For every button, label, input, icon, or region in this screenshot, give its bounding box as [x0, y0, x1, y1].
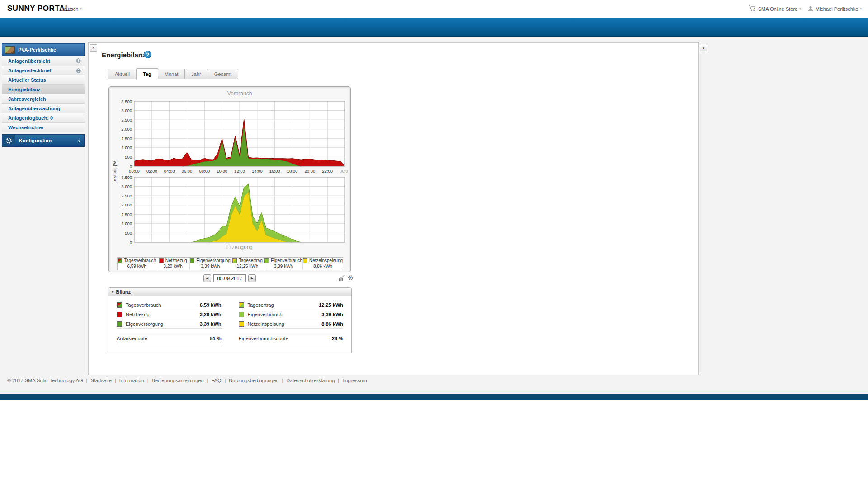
svg-text:04:00: 04:00 — [164, 169, 175, 174]
legend-entry-row: Netzbezug — [159, 258, 187, 264]
footer-link-startseite[interactable]: Startseite — [90, 378, 111, 383]
legend-value: 3,39 kWh — [201, 264, 220, 270]
bilanz-row-label: Eigenversorgung — [126, 321, 163, 327]
globe-icon[interactable] — [76, 68, 81, 73]
sidebar-item-anlagensteckbrief[interactable]: Anlagensteckbrief — [2, 66, 85, 75]
footer-link-nutzungsbedingungen[interactable]: Nutzungsbedingungen — [229, 378, 278, 383]
sidebar-item-label: Anlagensteckbrief — [8, 68, 51, 73]
bilanz-row-tagesertrag: Tagesertrag12,25 kWh — [239, 300, 344, 310]
bilanz-row-label: Eigenverbrauch — [248, 312, 283, 317]
sidebar-item-label: Energiebilanz — [8, 87, 41, 92]
bilanz-swatch-icon — [117, 302, 122, 308]
legend-swatch-icon — [159, 258, 164, 263]
chart-tools — [338, 274, 354, 281]
footer-separator: | — [115, 378, 116, 383]
topbar-right: SMA Online Store ▾ Michael Perlitschke ▾ — [749, 5, 862, 13]
bilanz-column: Tagesertrag12,25 kWhEigenverbrauch3,39 k… — [239, 300, 344, 344]
bilanz-row-value: 8,86 kWh — [321, 321, 343, 327]
legend-swatch-icon — [190, 258, 194, 263]
svg-text:3.000: 3.000 — [121, 184, 132, 189]
legend-label: Tagesertrag — [239, 258, 263, 264]
footer-separator: | — [207, 378, 208, 383]
legend-value: 3,20 kWh — [164, 264, 183, 270]
legend-entry-row: Eigenverbrauch — [264, 258, 302, 264]
legend-label: Netzbezug — [165, 258, 187, 264]
svg-text:08:00: 08:00 — [199, 169, 210, 174]
footer-link-bedienungsanleitungen[interactable]: Bedienungsanleitungen — [152, 378, 204, 383]
svg-text:2.000: 2.000 — [121, 202, 132, 207]
legend-label: Tagesverbrauch — [124, 258, 156, 264]
svg-text:1.000: 1.000 — [121, 221, 132, 226]
sidebar-item-anlagenübersicht[interactable]: Anlagenübersicht — [2, 56, 85, 66]
sidebar-item-anlagenlogbuch-0[interactable]: Anlagenlogbuch: 0 — [2, 113, 85, 122]
footer-link-impressum[interactable]: Impressum — [342, 378, 367, 383]
svg-text:2.000: 2.000 — [121, 127, 132, 131]
previous-day-button[interactable]: ◀ — [203, 274, 211, 282]
bilanz-swatch-icon — [117, 312, 122, 317]
online-store-link[interactable]: SMA Online Store ▾ — [749, 5, 801, 13]
diagram-settings-icon[interactable] — [347, 274, 354, 281]
legend-label: Eigenversorgung — [196, 258, 231, 264]
legend-entry-row: Eigenversorgung — [190, 258, 231, 264]
footer-link-information[interactable]: Information — [119, 378, 144, 383]
footer-link-faq[interactable]: FAQ — [211, 378, 221, 383]
bilanz-row-value: 6,59 kWh — [200, 302, 222, 308]
sidebar-item-label: Aktueller Status — [8, 77, 46, 83]
bilanz-swatch-icon — [117, 321, 122, 327]
legend-label: Eigenverbrauch — [271, 258, 302, 264]
sidebar: PVA-Perlitschke AnlagenübersichtAnlagens… — [2, 43, 85, 147]
help-icon[interactable]: ? — [144, 51, 151, 58]
legend-label: Netzeinspeisung — [309, 258, 343, 264]
sidebar-item-wechselrichter[interactable]: Wechselrichter — [2, 122, 85, 132]
sidebar-item-label: Anlagenüberwachung — [8, 106, 60, 111]
sidebar-item-energiebilanz[interactable]: Energiebilanz — [2, 84, 85, 94]
user-menu[interactable]: Michael Perlitschke ▾ — [807, 5, 862, 13]
scroll-top-button[interactable]: ▴ — [700, 44, 707, 51]
globe-icon[interactable] — [76, 58, 81, 63]
bilanz-quote-value: 28 % — [332, 336, 343, 341]
cart-icon — [749, 5, 756, 13]
sidebar-item-jahresvergleich[interactable]: Jahresvergleich — [2, 94, 85, 103]
tab-monat[interactable]: Monat — [158, 69, 185, 79]
svg-text:02:00: 02:00 — [146, 169, 157, 174]
bilanz-row-label: Tagesertrag — [248, 302, 274, 308]
sidebar-item-konfiguration[interactable]: Konfiguration › — [2, 134, 85, 147]
bilanz-quote-eigenverbrauchsquote: Eigenverbrauchsquote28 % — [239, 333, 344, 344]
legend-value: 3,39 kWh — [274, 264, 293, 270]
bilanz-column: Tagesverbrauch6,59 kWhNetzbezug3,20 kWhE… — [117, 300, 222, 344]
topbar: SUNNY PORTAL Deutsch ▾ SMA Online Store … — [0, 0, 868, 18]
next-day-button[interactable]: ▶ — [248, 274, 256, 282]
sidebar-item-aktueller-status[interactable]: Aktueller Status — [2, 75, 85, 84]
svg-text:0: 0 — [130, 164, 132, 169]
legend-value: 6,59 kWh — [127, 264, 146, 270]
bilanz-row-eigenversorgung: Eigenversorgung3,39 kWh — [117, 319, 222, 329]
chevron-down-icon: ▾ — [860, 7, 862, 11]
tab-tag[interactable]: Tag — [136, 68, 158, 80]
collapse-sidebar-button[interactable]: ‹ — [90, 44, 97, 52]
export-diagram-icon[interactable] — [338, 274, 345, 281]
bilanz-quote-value: 51 % — [210, 336, 221, 341]
bilanz-row-label: Netzeinspeisung — [248, 321, 284, 327]
sidebar-item-label: Wechselrichter — [8, 125, 44, 130]
bilanz-table: Tagesverbrauch6,59 kWhNetzbezug3,20 kWhE… — [108, 296, 351, 344]
svg-text:2.500: 2.500 — [121, 193, 132, 198]
language-selector[interactable]: Deutsch ▾ — [60, 6, 82, 12]
bilanz-row-value: 12,25 kWh — [319, 302, 343, 308]
svg-text:2.500: 2.500 — [121, 117, 132, 122]
tab-aktuell[interactable]: Aktuell — [108, 69, 137, 79]
sidebar-divider — [85, 42, 85, 375]
svg-text:22:00: 22:00 — [322, 169, 333, 174]
legend-netzbezug: Netzbezug3,20 kWh — [156, 258, 189, 270]
sidebar-item-anlagenüberwachung[interactable]: Anlagenüberwachung — [2, 103, 85, 113]
plant-header[interactable]: PVA-Perlitschke — [2, 43, 85, 56]
legend-swatch-icon — [264, 258, 269, 263]
bilanz-header[interactable]: ▾ Bilanz — [108, 288, 351, 296]
language-label: Deutsch — [60, 6, 78, 12]
tab-jahr[interactable]: Jahr — [184, 69, 208, 79]
plant-name-label: PVA-Perlitschke — [18, 47, 56, 52]
bilanz-quote-autarkiequote: Autarkiequote51 % — [117, 333, 222, 344]
svg-text:3.500: 3.500 — [121, 99, 132, 104]
tab-gesamt[interactable]: Gesamt — [208, 69, 239, 79]
date-input[interactable] — [213, 274, 246, 282]
footer-link-datenschutzerklärung[interactable]: Datenschutzerklärung — [286, 378, 335, 383]
